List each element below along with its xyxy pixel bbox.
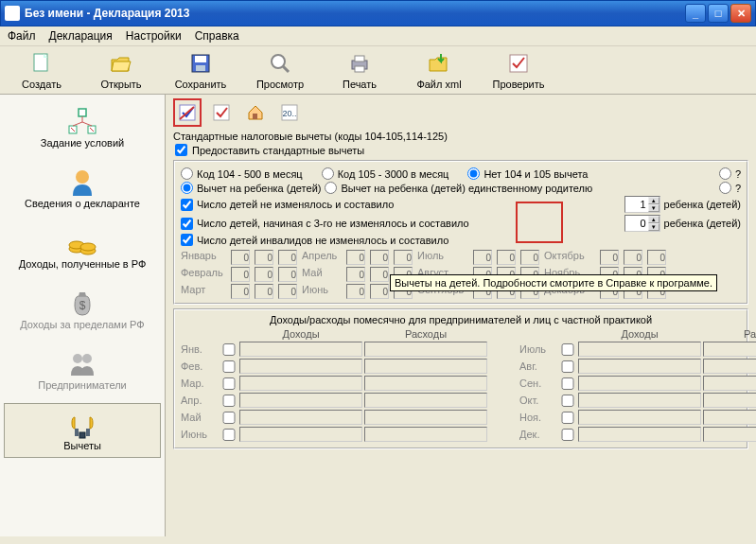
month-enable-checkbox[interactable]: [559, 343, 576, 356]
expense-input[interactable]: [364, 410, 487, 425]
month-input[interactable]: [624, 250, 642, 265]
month-enable-checkbox[interactable]: [220, 343, 237, 356]
month-input[interactable]: [473, 250, 492, 265]
tab-standard-deductions[interactable]: [173, 98, 202, 127]
toolbar-save[interactable]: Сохранить: [170, 50, 231, 90]
expense-input[interactable]: [364, 393, 487, 408]
expense-input[interactable]: [703, 427, 756, 442]
expense-input[interactable]: [703, 376, 756, 391]
checkbox-children-3rd[interactable]: [181, 218, 193, 230]
month-enable-checkbox[interactable]: [559, 377, 576, 390]
radio-help2[interactable]: [719, 182, 731, 194]
month-enable-checkbox[interactable]: [559, 395, 576, 407]
month-input[interactable]: [231, 250, 250, 265]
radio-help1[interactable]: [719, 167, 731, 180]
month-enable-checkbox[interactable]: [220, 429, 237, 441]
income-input[interactable]: [239, 342, 362, 357]
checkbox-children-count[interactable]: [181, 199, 193, 211]
expense-input[interactable]: [703, 410, 756, 425]
month-input[interactable]: [520, 250, 539, 265]
month-input[interactable]: [647, 250, 666, 265]
tab-securities-deductions[interactable]: 20..: [275, 98, 304, 127]
month-enable-checkbox[interactable]: [559, 360, 576, 373]
income-input[interactable]: [239, 427, 362, 442]
income-input[interactable]: [578, 393, 701, 408]
income-input[interactable]: [239, 376, 362, 391]
sidebar-item-conditions[interactable]: Задание условий: [4, 100, 161, 155]
month-enable-checkbox[interactable]: [220, 360, 237, 373]
month-input[interactable]: [255, 284, 273, 299]
toolbar-preview[interactable]: Просмотр: [250, 50, 310, 90]
expense-input[interactable]: [364, 376, 487, 391]
month-input[interactable]: [370, 250, 389, 265]
toolbar-check[interactable]: Проверить: [488, 50, 549, 90]
income-input[interactable]: [578, 410, 701, 425]
help-icon[interactable]: ?: [735, 183, 741, 194]
minimize-button[interactable]: _: [685, 4, 706, 23]
input-children-count[interactable]: [625, 199, 648, 210]
month-input[interactable]: [346, 267, 365, 282]
income-input[interactable]: [239, 410, 362, 425]
month-input[interactable]: [370, 267, 389, 282]
income-input[interactable]: [578, 359, 701, 374]
month-enable-checkbox[interactable]: [559, 429, 576, 441]
expense-input[interactable]: [364, 427, 487, 442]
spin-up[interactable]: ▲: [648, 216, 659, 223]
toolbar-new[interactable]: Создать: [11, 50, 72, 90]
spin-down[interactable]: ▼: [648, 204, 659, 212]
input-children-3rd[interactable]: [625, 218, 648, 229]
month-input[interactable]: [370, 284, 389, 299]
month-input[interactable]: [346, 250, 365, 265]
radio-code105[interactable]: [322, 167, 334, 180]
help-icon[interactable]: ?: [735, 168, 741, 180]
spin-down[interactable]: ▼: [648, 223, 659, 231]
month-input[interactable]: [231, 284, 250, 299]
income-input[interactable]: [578, 342, 701, 357]
expense-input[interactable]: [364, 342, 487, 357]
month-input[interactable]: [346, 284, 365, 299]
toolbar-print[interactable]: Печать: [329, 50, 390, 90]
month-input[interactable]: [255, 267, 273, 282]
month-enable-checkbox[interactable]: [220, 412, 237, 424]
expense-input[interactable]: [703, 393, 756, 408]
month-enable-checkbox[interactable]: [559, 412, 576, 424]
month-enable-checkbox[interactable]: [220, 395, 237, 407]
tab-property-deductions[interactable]: [241, 98, 270, 127]
sidebar-item-income-rf[interactable]: Доходы, полученные в РФ: [4, 221, 161, 276]
month-input[interactable]: [497, 250, 516, 265]
radio-none104105[interactable]: [467, 167, 480, 180]
month-input[interactable]: [394, 250, 413, 265]
checkbox-children-disabled[interactable]: [181, 234, 193, 246]
income-input[interactable]: [239, 393, 362, 408]
sidebar-item-declarant[interactable]: Сведения о декларанте: [4, 161, 161, 216]
month-input[interactable]: [278, 284, 297, 299]
sidebar-item-deductions[interactable]: Вычеты: [4, 403, 161, 458]
sidebar-item-income-abroad[interactable]: $ Доходы за пределами РФ: [4, 282, 161, 337]
toolbar-xml[interactable]: Файл xml: [409, 50, 469, 90]
radio-child-single[interactable]: [325, 182, 337, 194]
month-enable-checkbox[interactable]: [220, 377, 237, 390]
checkbox-provide-standard[interactable]: [175, 144, 187, 156]
income-input[interactable]: [578, 427, 701, 442]
spinner-children-3rd[interactable]: ▲▼: [624, 215, 660, 232]
radio-child-deduction[interactable]: [181, 182, 193, 194]
spinner-children-count[interactable]: ▲▼: [624, 196, 660, 213]
month-input[interactable]: [278, 250, 297, 265]
spin-up[interactable]: ▲: [648, 197, 659, 204]
expense-input[interactable]: [364, 359, 487, 374]
maximize-button[interactable]: □: [708, 4, 729, 23]
sidebar-item-entrepreneurs[interactable]: Предприниматели: [4, 342, 161, 397]
income-input[interactable]: [578, 376, 701, 391]
month-input[interactable]: [600, 250, 619, 265]
month-input[interactable]: [231, 267, 250, 282]
menu-file[interactable]: Файл: [8, 29, 36, 43]
menu-declaration[interactable]: Декларация: [49, 29, 113, 43]
month-input[interactable]: [278, 267, 297, 282]
income-input[interactable]: [239, 359, 362, 374]
expense-input[interactable]: [703, 342, 756, 357]
month-input[interactable]: [255, 250, 273, 265]
menu-help[interactable]: Справка: [195, 29, 239, 43]
tab-social-deductions[interactable]: [207, 98, 236, 127]
menu-settings[interactable]: Настройки: [126, 29, 182, 43]
radio-code104[interactable]: [181, 167, 193, 180]
